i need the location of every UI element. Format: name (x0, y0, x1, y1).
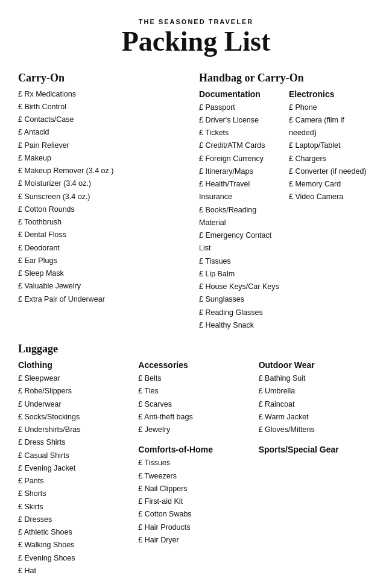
list-item: Raincoat (259, 398, 374, 411)
list-item: Pants (18, 475, 133, 487)
list-item: Makeup (18, 152, 187, 165)
list-item: Tissues (138, 457, 253, 469)
outdoor-sports-col: Outdoor Wear Bathing SuitUmbrellaRaincoa… (259, 359, 374, 577)
electronics-list: PhoneCamera (film if needed)Laptop/Table… (289, 101, 374, 204)
list-item: Socks/Stockings (18, 411, 133, 424)
accessories-list: BeltsTiesScarvesAnti-theft bagsJewelry (138, 372, 253, 436)
list-item: Lip Balm (199, 268, 284, 281)
handbag-grid: Documentation PassportDriver's LicenseTi… (199, 88, 374, 332)
documentation-col: Documentation PassportDriver's LicenseTi… (199, 88, 284, 332)
list-item: Tissues (199, 255, 284, 268)
accessories-title: Accessories (138, 360, 253, 370)
list-item: Deodorant (18, 242, 187, 255)
list-item: Video Camera (289, 191, 374, 203)
list-item: Evening Shoes (18, 552, 133, 565)
list-item: Belts (138, 372, 253, 385)
carry-on-title: Carry-On (18, 72, 187, 84)
carry-on-list: Rx MedicationsBirth ControlContacts/Case… (18, 88, 187, 306)
list-item: Scarves (138, 398, 253, 411)
list-item: Memory Card (289, 178, 374, 191)
list-item: Shorts (18, 487, 133, 500)
list-item: Makeup Remover (3.4 oz.) (18, 165, 187, 177)
list-item: Healthy Snack (199, 319, 284, 332)
list-item: Skirts (18, 501, 133, 513)
list-item: Camera (film if needed) (289, 114, 374, 140)
documentation-title: Documentation (199, 89, 284, 99)
list-item: Itinerary/Maps (199, 165, 284, 178)
luggage-grid: Clothing SleepwearRobe/SlippersUnderwear… (18, 359, 374, 577)
documentation-list: PassportDriver's LicenseTicketsCredit/AT… (199, 101, 284, 332)
list-item: Walking Shoes (18, 539, 133, 551)
outdoor-title: Outdoor Wear (259, 360, 374, 370)
list-item: Credit/ATM Cards (199, 139, 284, 152)
list-item: Foreign Currency (199, 153, 284, 165)
list-item: Cotton Rounds (18, 203, 187, 216)
list-item: Dresses (18, 513, 133, 526)
clothing-col: Clothing SleepwearRobe/SlippersUnderwear… (18, 359, 133, 577)
list-item: Bathing Suit (259, 372, 374, 385)
list-item: Reading Glasses (199, 306, 284, 319)
header-title: Packing List (18, 27, 374, 57)
comforts-title: Comforts-of-Home (138, 445, 253, 454)
list-item: Birth Control (18, 101, 187, 113)
list-item: House Keys/Car Keys (199, 281, 284, 293)
list-item: Tweezers (138, 470, 253, 483)
electronics-title: Electronics (289, 89, 374, 99)
list-item: Ear Plugs (18, 255, 187, 267)
electronics-col: Electronics PhoneCamera (film if needed)… (289, 88, 374, 332)
list-item: First-aid Kit (138, 495, 253, 508)
list-item: Hair Dryer (138, 534, 253, 547)
list-item: Umbrella (259, 385, 374, 398)
clothing-title: Clothing (18, 360, 133, 370)
list-item: Hat (18, 565, 133, 577)
list-item: Sleep Mask (18, 267, 187, 280)
header-subtitle: THE SEASONED TRAVELER (18, 18, 374, 25)
list-item: Passport (199, 101, 284, 114)
luggage-section: Luggage Clothing SleepwearRobe/SlippersU… (18, 343, 374, 577)
page-header: THE SEASONED TRAVELER Packing List (18, 18, 374, 57)
list-item: Ties (138, 385, 253, 398)
list-item: Health/Travel Insurance (199, 178, 284, 204)
list-item: Hair Products (138, 521, 253, 534)
list-item: Sunscreen (3.4 oz.) (18, 191, 187, 203)
list-item: Underwear (18, 398, 133, 411)
carry-on-section: Carry-On Rx MedicationsBirth ControlCont… (18, 72, 193, 332)
list-item: Laptop/Tablet (289, 139, 374, 152)
list-item: Tickets (199, 127, 284, 139)
comforts-list: TissuesTweezersNail ClippersFirst-aid Ki… (138, 457, 253, 547)
list-item: Undershirts/Bras (18, 424, 133, 436)
list-item: Evening Jacket (18, 462, 133, 475)
list-item: Toothbrush (18, 216, 187, 229)
list-item: Cotton Swabs (138, 508, 253, 521)
list-item: Contacts/Case (18, 113, 187, 126)
list-item: Books/Reading Material (199, 204, 284, 230)
sports-title: Sports/Special Gear (259, 445, 374, 454)
accessories-comforts-col: Accessories BeltsTiesScarvesAnti-theft b… (138, 359, 253, 577)
handbag-title: Handbag or Carry-On (199, 72, 374, 84)
list-item: Moisturizer (3.4 oz.) (18, 177, 187, 190)
list-item: Valuable Jewelry (18, 280, 187, 293)
list-item: Emergency Contact List (199, 229, 284, 255)
list-item: Pain Reliever (18, 139, 187, 152)
list-item: Athletic Shoes (18, 526, 133, 539)
list-item: Driver's License (199, 114, 284, 127)
list-item: Antacid (18, 126, 187, 139)
list-item: Sunglasses (199, 293, 284, 306)
clothing-list: SleepwearRobe/SlippersUnderwearSocks/Sto… (18, 372, 133, 577)
list-item: Nail Clippers (138, 483, 253, 495)
list-item: Sleepwear (18, 372, 133, 385)
list-item: Casual Shirts (18, 449, 133, 462)
luggage-title: Luggage (18, 343, 374, 355)
list-item: Robe/Slippers (18, 385, 133, 398)
list-item: Chargers (289, 153, 374, 165)
list-item: Phone (289, 101, 374, 114)
list-item: Gloves/Mittens (259, 424, 374, 436)
main-grid: Carry-On Rx MedicationsBirth ControlCont… (18, 72, 374, 578)
list-item: Anti-theft bags (138, 411, 253, 424)
list-item: Converter (if needed) (289, 165, 374, 178)
list-item: Warm Jacket (259, 411, 374, 424)
list-item: Jewelry (138, 424, 253, 436)
handbag-section: Handbag or Carry-On Documentation Passpo… (199, 72, 374, 332)
list-item: Dental Floss (18, 229, 187, 241)
outdoor-list: Bathing SuitUmbrellaRaincoatWarm JacketG… (259, 372, 374, 436)
